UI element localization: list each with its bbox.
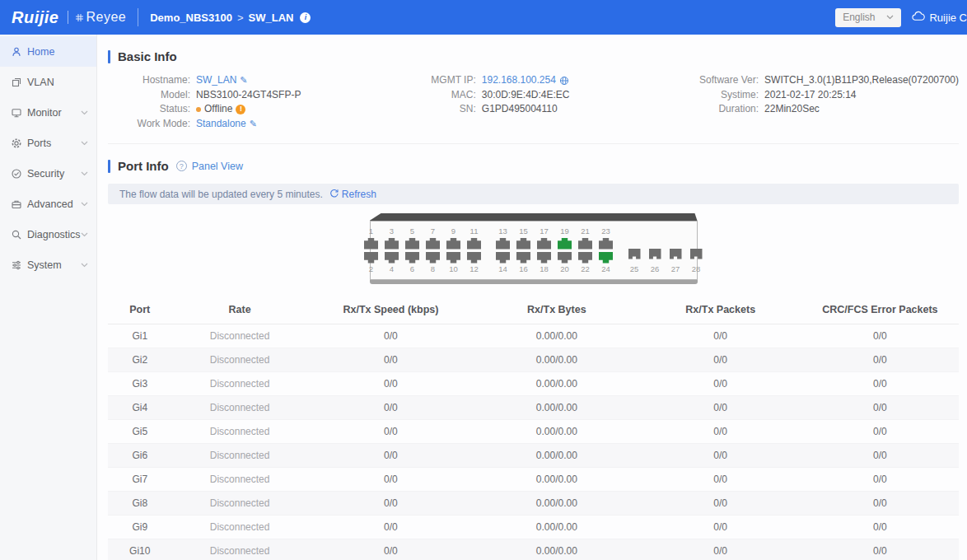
port-13[interactable] [496, 238, 510, 250]
port-table-head: PortRateRx/Tx Speed (kbps)Rx/Tx BytesRx/… [108, 296, 959, 324]
speed-cell: 0/0 [308, 491, 474, 515]
flow-data-notice: The flow data will be updated every 5 mi… [108, 184, 959, 204]
errors-cell: 0/0 [801, 443, 959, 467]
port-24[interactable] [599, 252, 613, 264]
port-26[interactable] [649, 249, 661, 259]
status-label: Status: [108, 104, 190, 114]
port-16[interactable] [516, 252, 530, 264]
sidebar-item-security[interactable]: Security [0, 158, 96, 189]
edit-work-mode-icon[interactable]: ✎ [250, 119, 257, 129]
port-17[interactable] [537, 238, 551, 250]
home-icon [11, 46, 22, 58]
port-7[interactable] [426, 238, 440, 250]
port-6[interactable] [405, 252, 419, 264]
bytes-cell: 0.00/0.00 [474, 324, 639, 348]
speed-cell: 0/0 [308, 419, 474, 443]
port-21[interactable] [578, 238, 592, 250]
port-number-label: 23 [601, 226, 610, 236]
bytes-cell: 0.00/0.00 [474, 419, 639, 443]
port-18[interactable] [537, 252, 551, 264]
sidebar-item-diagnostics[interactable]: Diagnostics [0, 219, 96, 250]
speed-cell: 0/0 [308, 539, 474, 560]
port-cell: Gi2 [108, 348, 171, 371]
model-label: Model: [108, 90, 190, 100]
app-header: Ruijie Reyee Demo_NBS3100 > SW_LAN i Eng… [0, 0, 967, 35]
work-mode-label: Work Mode: [108, 119, 190, 129]
status-row: Status: Offline ! [108, 104, 402, 114]
port-11[interactable] [467, 238, 481, 250]
chevron-down-icon [81, 202, 88, 207]
errors-cell: 0/0 [801, 324, 959, 348]
port-20[interactable] [558, 252, 572, 264]
sidebar-item-advanced[interactable]: Advanced [0, 189, 96, 219]
port-9[interactable] [446, 238, 460, 250]
speed-cell: 0/0 [308, 348, 474, 371]
diagnostics-icon [11, 229, 22, 240]
port-22[interactable] [578, 252, 592, 264]
offline-warning-icon[interactable]: ! [236, 105, 245, 114]
port-cell: Gi4 [108, 395, 171, 419]
sfp-port-column: 28 [689, 227, 704, 274]
port-8[interactable] [426, 252, 440, 264]
brand-logo: Ruijie Reyee [12, 8, 126, 27]
ruijie-logo: Ruijie [12, 8, 58, 27]
port-table: PortRateRx/Tx Speed (kbps)Rx/Tx BytesRx/… [108, 296, 959, 560]
language-selector[interactable]: English [835, 8, 901, 27]
edit-hostname-icon[interactable]: ✎ [240, 75, 247, 86]
port-4[interactable] [385, 252, 399, 264]
port-number-label: 14 [498, 264, 507, 274]
table-row: Gi10Disconnected0/00.00/0.000/00/0 [108, 539, 959, 560]
sidebar-item-monitor[interactable]: Monitor [0, 97, 96, 128]
port-number-label: 18 [540, 264, 549, 274]
breadcrumb-network[interactable]: Demo_NBS3100 [150, 12, 232, 24]
basic-info-col-2: MGMT IP: 192.168.100.254 MAC: 30:0D:9E:4… [402, 75, 683, 133]
breadcrumb-device[interactable]: SW_LAN [249, 12, 294, 24]
packets-cell: 0/0 [640, 467, 801, 491]
header-divider [138, 8, 138, 26]
sfp-port-column: 27 [668, 227, 684, 274]
sn-label: SN: [402, 104, 476, 114]
panel-view-link[interactable]: Panel View [192, 161, 243, 172]
port-15[interactable] [516, 238, 530, 250]
port-12[interactable] [467, 252, 481, 264]
device-info-icon[interactable]: i [300, 12, 311, 23]
table-row: Gi4Disconnected0/00.00/0.000/00/0 [108, 395, 959, 419]
port-14[interactable] [496, 252, 510, 264]
table-row: Gi7Disconnected0/00.00/0.000/00/0 [108, 467, 959, 491]
port-number-label: 7 [431, 226, 435, 236]
port-1[interactable] [364, 238, 378, 250]
port-number-label: 2 [369, 264, 373, 274]
ruijie-cloud-link[interactable]: Ruijie C [912, 11, 967, 24]
hostname-value-link[interactable]: SW_LAN [196, 75, 236, 86]
work-mode-value-link[interactable]: Standalone [196, 119, 246, 129]
port-25[interactable] [628, 249, 641, 259]
port-cell: Gi9 [108, 515, 171, 539]
duration-label: Duration: [683, 104, 759, 114]
packets-cell: 0/0 [640, 515, 801, 539]
port-28[interactable] [690, 249, 703, 259]
port-19[interactable] [558, 238, 572, 250]
sidebar-item-home[interactable]: Home [0, 36, 96, 67]
refresh-icon [329, 189, 339, 200]
model-row: Model: NBS3100-24GT4SFP-P [108, 90, 402, 100]
sidebar-item-ports[interactable]: Ports [0, 128, 96, 158]
help-icon[interactable]: ? [176, 161, 187, 171]
port-5[interactable] [405, 238, 419, 250]
port-number-label: 11 [470, 226, 479, 236]
refresh-link[interactable]: Refresh [329, 189, 376, 200]
port-2[interactable] [364, 252, 378, 264]
mgmt-ip-value-link[interactable]: 192.168.100.254 [482, 75, 556, 86]
port-3[interactable] [385, 238, 399, 250]
port-10[interactable] [446, 252, 460, 264]
port-23[interactable] [599, 238, 613, 250]
software-ver-label: Software Ver: [683, 75, 759, 86]
table-row: Gi2Disconnected0/00.00/0.000/00/0 [108, 348, 959, 371]
sn-row: SN: G1PD495004110 [402, 104, 683, 114]
sidebar-item-vlan[interactable]: VLAN [0, 67, 96, 97]
port-27[interactable] [670, 249, 682, 259]
sidebar-item-system[interactable]: System [0, 250, 96, 280]
globe-icon[interactable] [559, 76, 569, 86]
rate-cell: Disconnected [171, 348, 307, 371]
port-cell: Gi10 [108, 539, 171, 560]
errors-cell: 0/0 [801, 371, 959, 395]
